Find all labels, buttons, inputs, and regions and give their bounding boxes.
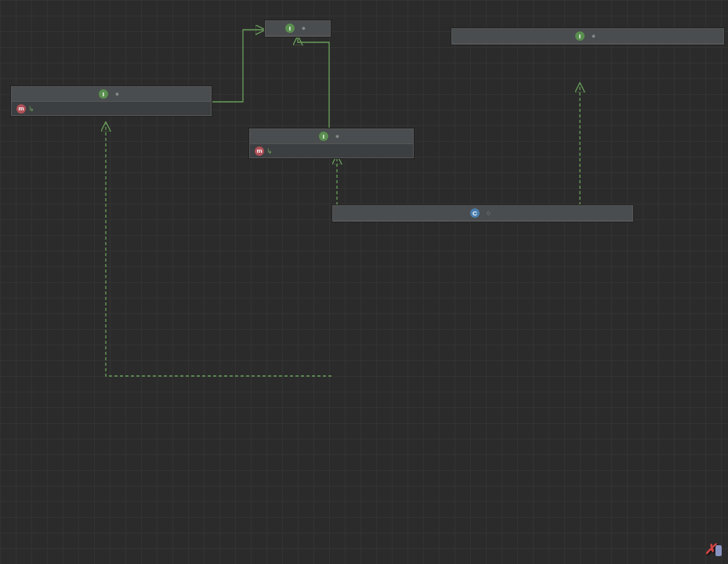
uml-title: I ● bbox=[266, 21, 330, 36]
uml-members: m ↳ bbox=[12, 102, 211, 115]
interface-icon: I bbox=[99, 89, 108, 99]
uml-title: I ● bbox=[250, 129, 413, 144]
uml-interface-resourceloaderaware[interactable]: I ● m ↳ bbox=[11, 86, 212, 116]
interface-icon: I bbox=[285, 24, 295, 33]
uml-interface-environmentaware[interactable]: I ● m ↳ bbox=[249, 128, 414, 158]
uml-connectors bbox=[0, 0, 728, 564]
watermark: ✗ bbox=[704, 540, 722, 558]
modifier-dot: ● bbox=[302, 24, 306, 32]
uml-members: m ↳ bbox=[250, 144, 413, 157]
uml-title: I ● bbox=[12, 87, 211, 102]
interface-icon: I bbox=[575, 31, 585, 41]
uml-interface-importbeandefinitionregistrar[interactable]: I ● bbox=[451, 28, 724, 45]
method-icon: m bbox=[16, 104, 26, 114]
implements-icon: ↳ bbox=[28, 105, 34, 113]
implements-icon: ↳ bbox=[266, 147, 273, 155]
class-icon: C bbox=[470, 208, 480, 218]
method-icon: m bbox=[255, 146, 264, 156]
watermark-badge bbox=[715, 545, 722, 556]
interface-icon: I bbox=[319, 132, 328, 141]
uml-title: C ○ bbox=[333, 206, 632, 221]
uml-interface-aware[interactable]: I ● bbox=[265, 20, 331, 37]
member-row[interactable]: m ↳ bbox=[12, 102, 211, 115]
member-row[interactable]: m ↳ bbox=[250, 144, 413, 157]
uml-class-feignclientsregistrar[interactable]: C ○ bbox=[332, 205, 633, 222]
uml-title: I ● bbox=[452, 29, 723, 44]
